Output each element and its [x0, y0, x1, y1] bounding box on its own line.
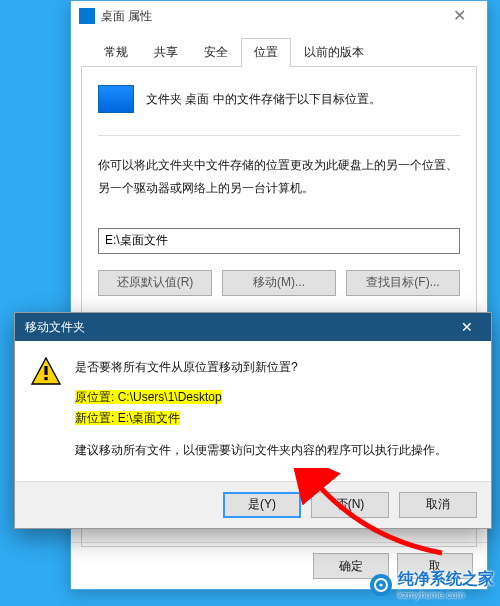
titlebar[interactable]: 桌面 属性 ✕ — [71, 1, 487, 31]
folder-info-row: 文件夹 桌面 中的文件存储于以下目标位置。 — [98, 85, 460, 113]
confirm-title-text: 移动文件夹 — [25, 319, 85, 336]
tab-strip: 常规 共享 安全 位置 以前的版本 — [81, 31, 477, 67]
location-buttons: 还原默认值(R) 移动(M)... 查找目标(F)... — [98, 270, 460, 296]
close-icon: ✕ — [461, 319, 473, 335]
confirm-text: 是否要将所有文件从原位置移动到新位置? 原位置: C:\Users\1\Desk… — [75, 357, 447, 461]
move-folder-dialog: 移动文件夹 ✕ 是否要将所有文件从原位置移动到新位置? 原位置: C:\User… — [14, 312, 492, 529]
new-location-line: 新位置: E:\桌面文件 — [75, 408, 447, 428]
tab-general[interactable]: 常规 — [91, 38, 141, 67]
window-title: 桌面 属性 — [101, 8, 439, 25]
location-description: 你可以将此文件夹中文件存储的位置更改为此硬盘上的另一个位置、另一个驱动器或网络上… — [98, 154, 460, 200]
find-target-button[interactable]: 查找目标(F)... — [346, 270, 460, 296]
confirm-question: 是否要将所有文件从原位置移动到新位置? — [75, 357, 447, 377]
confirm-cancel-button[interactable]: 取消 — [399, 492, 477, 518]
confirm-body: 是否要将所有文件从原位置移动到新位置? 原位置: C:\Users\1\Desk… — [15, 341, 491, 481]
yes-button[interactable]: 是(Y) — [223, 492, 301, 518]
target-path-input[interactable] — [98, 228, 460, 254]
confirm-advice: 建议移动所有文件，以便需要访问文件夹内容的程序可以执行此操作。 — [75, 440, 447, 460]
svg-point-4 — [379, 583, 382, 586]
tab-location[interactable]: 位置 — [241, 38, 291, 67]
desktop-folder-icon — [98, 85, 134, 113]
tab-security[interactable]: 安全 — [191, 38, 241, 67]
tab-previous-versions[interactable]: 以前的版本 — [291, 38, 377, 67]
warning-icon — [31, 357, 61, 461]
confirm-close-button[interactable]: ✕ — [447, 313, 487, 341]
svg-rect-1 — [44, 366, 47, 375]
watermark-logo-icon — [370, 574, 392, 596]
old-location-line: 原位置: C:\Users\1\Desktop — [75, 387, 447, 407]
desktop-icon — [79, 8, 95, 24]
move-button[interactable]: 移动(M)... — [222, 270, 336, 296]
confirm-button-bar: 是(Y) 否(N) 取消 — [15, 481, 491, 528]
watermark-text: 纯净系统之家 kzmyhome.com — [398, 569, 494, 600]
watermark: 纯净系统之家 kzmyhome.com — [370, 569, 494, 600]
restore-default-button[interactable]: 还原默认值(R) — [98, 270, 212, 296]
svg-rect-2 — [44, 377, 47, 380]
divider — [98, 135, 460, 136]
window-close-button[interactable]: ✕ — [439, 1, 479, 31]
no-button[interactable]: 否(N) — [311, 492, 389, 518]
tab-sharing[interactable]: 共享 — [141, 38, 191, 67]
close-icon: ✕ — [453, 8, 466, 24]
confirm-titlebar[interactable]: 移动文件夹 ✕ — [15, 313, 491, 341]
folder-info-text: 文件夹 桌面 中的文件存储于以下目标位置。 — [146, 91, 381, 108]
